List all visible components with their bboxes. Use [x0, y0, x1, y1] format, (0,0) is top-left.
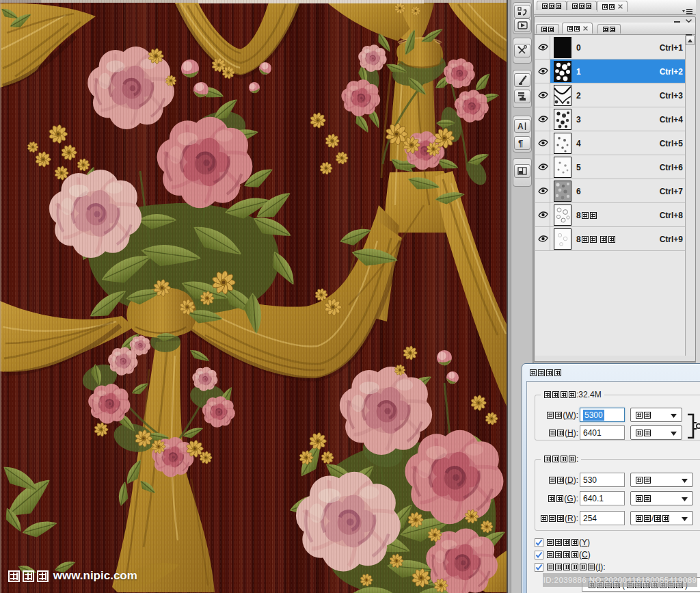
- svg-text:A: A: [517, 122, 524, 131]
- svg-text:¶: ¶: [518, 139, 523, 148]
